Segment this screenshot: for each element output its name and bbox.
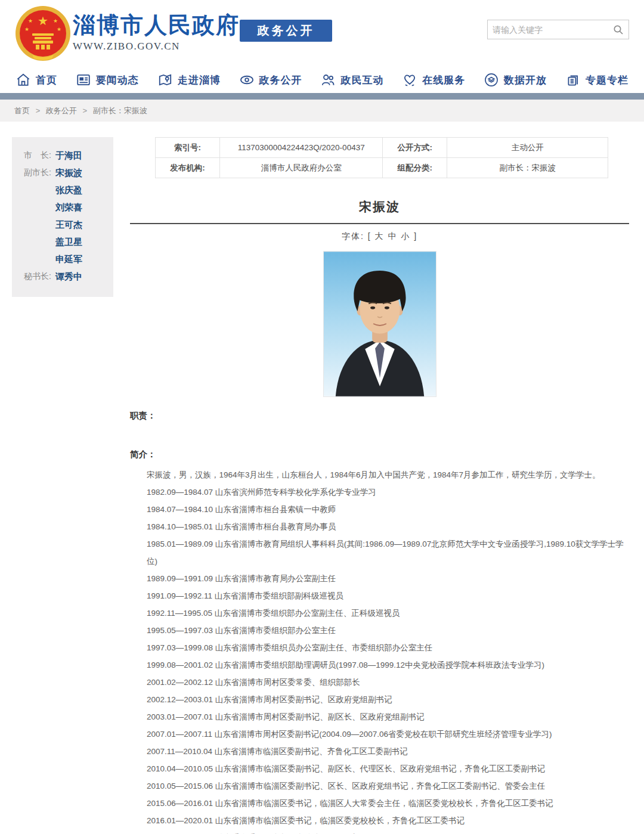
timeline-entry: 2016.01—2020.01 山东省淄博市临淄区委书记，临淄区委党校校长，齐鲁…	[130, 812, 629, 829]
timeline-entry: 1997.03—1999.08 山东省淄博市委组织员办公室副主任、市委组织部办公…	[130, 639, 629, 656]
duty-section-label: 职责：	[130, 410, 629, 421]
meta-publisher-value: 淄博市人民政府办公室	[220, 158, 383, 178]
timeline-entry: 1995.05—1997.03 山东省淄博市委组织部办公室主任	[130, 622, 629, 639]
timeline-entry: 2020.01— 今 淄博市委常委、副市长，市政府党组副书记	[130, 829, 629, 834]
timeline-entry: 1999.08—2001.02 山东省淄博市委组织部助理调研员(1997.08—…	[130, 656, 629, 674]
sidebar-role-label: 秘书长:	[12, 268, 51, 285]
breadcrumb-separator: >	[82, 106, 87, 115]
search-input[interactable]	[488, 25, 608, 35]
sidebar-official-link[interactable]: 王可杰	[55, 216, 82, 233]
sidebar-item-vice-mayor: 盖卫星	[12, 233, 113, 250]
nav-item-home[interactable]: 首页	[16, 72, 57, 88]
nav-item-news[interactable]: 要闻动态	[76, 72, 139, 88]
timeline-entry: 2001.02—2002.12 山东省淄博市周村区委常委、组织部部长	[130, 674, 629, 691]
timeline-entry: 2010.04—2010.05 山东省淄博市临淄区委副书记、副区长、代理区长、区…	[130, 760, 629, 777]
breadcrumb-home[interactable]: 首页	[14, 106, 30, 115]
nav-item-services[interactable]: 在线服务	[402, 72, 465, 88]
timeline-entry: 1992.11—1995.05 山东省淄博市委组织部办公室副主任、正科级巡视员	[130, 604, 629, 622]
table-row: 索引号: 11370300004224423Q/2020-00437 公开方式:…	[156, 138, 608, 158]
site-url: WWW.ZIBO.GOV.CN	[73, 41, 240, 52]
sidebar-official-link[interactable]: 谭秀中	[55, 268, 82, 285]
sidebar-official-link[interactable]: 申延军	[55, 250, 82, 268]
timeline-entry: 1984.07—1984.10 山东省淄博市桓台县索镇一中教师	[130, 501, 629, 518]
sidebar-role-label	[12, 181, 51, 199]
font-size-selector[interactable]: 字体: [ 大 中 小 ]	[130, 231, 629, 242]
sidebar-role-label	[12, 250, 51, 268]
meta-index-label: 索引号:	[156, 138, 220, 158]
nav-item-interaction[interactable]: 政民互动	[320, 72, 383, 88]
breadcrumb-separator: >	[36, 106, 41, 115]
sidebar-item-vice-mayor: 副市长: 宋振波	[12, 164, 113, 181]
svg-text:★: ★	[24, 26, 29, 32]
page-title: 宋振波	[130, 199, 629, 215]
gov-open-button[interactable]: 政务公开	[240, 20, 332, 42]
timeline-entry: 2007.01—2007.11 山东省淄博市周村区委副书记(2004.09—20…	[130, 726, 629, 743]
timeline-entry: 1991.09—1992.11 山东省淄博市委组织部副科级巡视员	[130, 587, 629, 604]
docs-icon	[565, 72, 581, 88]
breadcrumb: 首页 > 政务公开 > 副市长：宋振波	[0, 100, 644, 122]
nav-divider-bar	[0, 93, 644, 100]
sidebar-item-vice-mayor: 王可杰	[12, 216, 113, 233]
eye-icon	[239, 72, 255, 88]
page: ★ ★ ★ ★ ★ 淄博市人民政府 WWW.ZIBO.GOV.CN 政务公开	[0, 0, 644, 834]
site-title: 淄博市人民政府	[73, 12, 240, 38]
nav-label: 政务公开	[259, 73, 302, 87]
nav-label: 政民互动	[340, 73, 383, 87]
sidebar-item-vice-mayor: 张庆盈	[12, 181, 113, 199]
timeline-entry: 2002.12—2003.01 山东省淄博市周村区委副书记、区政府党组副书记	[130, 691, 629, 708]
sidebar-official-link[interactable]: 盖卫星	[55, 233, 82, 250]
sidebar-item-mayor: 市 长: 于海田	[12, 147, 113, 164]
sidebar-role-label	[12, 233, 51, 250]
timeline-entry: 1989.09—1991.09 山东省淄博市教育局办公室副主任	[130, 570, 629, 587]
timeline-entry: 1984.10—1985.01 山东省淄博市桓台县教育局办事员	[130, 518, 629, 535]
search-button[interactable]	[608, 20, 628, 39]
site-identity: 淄博市人民政府 WWW.ZIBO.GOV.CN	[73, 12, 240, 52]
svg-text:★: ★	[57, 26, 61, 32]
article-content: 索引号: 11370300004224423Q/2020-00437 公开方式:…	[130, 137, 629, 834]
search-box	[487, 20, 629, 39]
sidebar-official-link[interactable]: 刘荣喜	[55, 199, 82, 216]
nav-item-topics[interactable]: 专题专栏	[565, 72, 628, 88]
sidebar-official-link[interactable]: 张庆盈	[55, 181, 82, 199]
portrait-photo	[323, 251, 436, 397]
map-icon	[157, 72, 173, 88]
breadcrumb-section[interactable]: 政务公开	[46, 106, 77, 115]
people-icon	[320, 72, 336, 88]
sidebar-role-label: 市 长:	[12, 147, 51, 164]
home-icon	[16, 72, 31, 88]
intro-section-label: 简介：	[130, 449, 629, 460]
bio-intro: 宋振波，男，汉族，1964年3月出生，山东桓台人，1984年6月加入中国共产党，…	[130, 466, 629, 483]
meta-open-method-label: 公开方式:	[383, 138, 447, 158]
national-emblem-logo: ★ ★ ★ ★ ★	[14, 5, 72, 62]
timeline-entry: 2010.05—2015.06 山东省淄博市临淄区委副书记、区长、区政府党组书记…	[130, 777, 629, 795]
sidebar-official-link[interactable]: 宋振波	[55, 164, 82, 181]
svg-text:★: ★	[28, 18, 33, 24]
meta-index-value: 11370300004224423Q/2020-00437	[220, 138, 383, 158]
meta-publisher-label: 发布机构:	[156, 158, 220, 178]
nav-label: 专题专栏	[586, 73, 628, 87]
main-nav: 首页 要闻动态 走进淄博 政务公开	[0, 67, 644, 93]
search-icon	[613, 24, 624, 35]
meta-open-method-value: 主动公开	[447, 138, 608, 158]
main-area: 市 长: 于海田 副市长: 宋振波 张庆盈 刘荣喜 王可杰 盖卫星	[0, 122, 644, 834]
svg-text:★: ★	[38, 14, 48, 27]
sidebar-item-vice-mayor: 刘荣喜	[12, 199, 113, 216]
sidebar-official-link[interactable]: 于海田	[55, 147, 82, 164]
sidebar-item-vice-mayor: 申延军	[12, 250, 113, 268]
breadcrumb-current: 副市长：宋振波	[93, 106, 147, 115]
meta-category-label: 组配分类:	[383, 158, 447, 178]
timeline-entry: 2003.01—2007.01 山东省淄博市周村区委副书记、副区长、区政府党组副…	[130, 708, 629, 726]
nav-item-gov-open[interactable]: 政务公开	[239, 72, 302, 88]
nav-label: 要闻动态	[96, 73, 139, 87]
svg-text:★: ★	[53, 18, 58, 24]
layers-icon	[484, 72, 499, 88]
meta-category-value: 副市长：宋振波	[447, 158, 608, 178]
heart-hands-icon	[402, 72, 417, 88]
biography: 宋振波，男，汉族，1964年3月出生，山东桓台人，1984年6月加入中国共产党，…	[130, 466, 629, 834]
sidebar-role-label	[12, 216, 51, 233]
nav-item-about[interactable]: 走进淄博	[157, 72, 221, 88]
sidebar-item-secretary: 秘书长: 谭秀中	[12, 268, 113, 285]
timeline-entry: 1985.01—1989.09 山东省淄博市教育局组织人事科科员(其间:1986…	[130, 535, 629, 570]
timeline-entry: 1982.09—1984.07 山东省滨州师范专科学校化学系化学专业学习	[130, 483, 629, 501]
nav-item-data[interactable]: 数据开放	[484, 72, 547, 88]
